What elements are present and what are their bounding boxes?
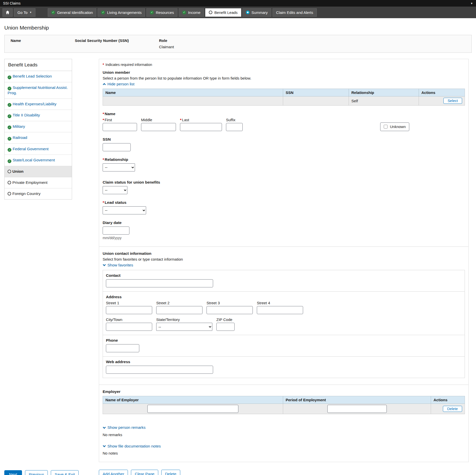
sidebar-item-label[interactable]: Title II Disability <box>13 113 40 117</box>
sidebar-item-benefit-lead-selection[interactable]: Benefit Lead Selection <box>5 71 72 82</box>
clear-page-button[interactable]: Clear Page <box>131 470 158 475</box>
unknown-checkbox-group[interactable]: Unknown <box>380 122 409 131</box>
employer-header-period: Period of Employment <box>283 396 431 404</box>
required-asterisk-icon <box>103 112 104 116</box>
sidebar-item-health-expenses[interactable]: Health Expenses/Liability <box>5 99 72 110</box>
required-asterisk-icon <box>103 200 104 205</box>
ssn-input[interactable] <box>103 143 131 151</box>
last-name-input[interactable] <box>180 123 222 131</box>
goto-label: Go To <box>17 10 28 15</box>
home-button[interactable] <box>3 8 13 17</box>
lead-status-select[interactable]: -- <box>103 206 146 214</box>
sidebar-item-label[interactable]: Military <box>13 124 25 129</box>
street4-input[interactable] <box>257 306 303 314</box>
sidebar-item-state-local-government[interactable]: State/Local Government <box>5 155 72 166</box>
person-table-header-row: Name SSN Relationship Actions <box>103 89 465 96</box>
sidebar-item-military[interactable]: Military <box>5 121 72 133</box>
contact-input[interactable] <box>106 279 213 287</box>
street2-input[interactable] <box>156 306 202 314</box>
titlebar-caret-icon[interactable]: ▼ <box>470 2 473 5</box>
employer-table: Name of Employer Period of Employment Ac… <box>103 396 465 414</box>
person-table-header-relationship: Relationship <box>349 89 419 96</box>
employment-period-input[interactable] <box>327 405 387 413</box>
hide-person-list-label: Hide person list <box>107 82 134 86</box>
sidebar-item-railroad[interactable]: Railroad <box>5 132 72 144</box>
person-table-header-name: Name <box>103 89 283 96</box>
sidebar-item-label[interactable]: Supplemental Nutritional Assist. Prog. <box>8 85 68 95</box>
tab-summary[interactable]: Summary <box>242 8 271 17</box>
page-title: Union Membership <box>4 25 472 31</box>
delete-employer-button[interactable]: Delete <box>443 406 462 412</box>
contact-label: Contact <box>106 273 462 278</box>
show-favorites-label: Show favorites <box>107 263 133 267</box>
employer-name-input[interactable] <box>147 405 238 413</box>
previous-button[interactable]: Previous <box>25 470 48 475</box>
select-person-button[interactable]: Select <box>443 98 462 104</box>
suffix-input[interactable] <box>226 123 243 131</box>
sidebar-item-label[interactable]: Health Expenses/Liability <box>13 102 56 106</box>
complete-check-icon <box>51 11 55 14</box>
role-label: Role <box>159 38 465 43</box>
person-table-header-actions: Actions <box>419 89 465 96</box>
ssn-label: Social Security Number (SSN) <box>75 38 159 43</box>
complete-check-icon <box>8 114 11 118</box>
required-note: Indicates required information <box>103 63 465 67</box>
notes-empty-text: No notes <box>103 451 465 455</box>
phone-input[interactable] <box>106 344 139 352</box>
unknown-checkbox[interactable] <box>384 125 388 129</box>
sidebar-item-label[interactable]: Benefit Lead Selection <box>13 74 52 78</box>
tab-living-arrangements[interactable]: Living Arrangements <box>98 8 145 17</box>
complete-check-icon <box>8 126 11 129</box>
middle-name-label: Middle <box>141 118 176 122</box>
union-form-panel: Indicates required information Union mem… <box>99 59 469 462</box>
tab-general-identification[interactable]: General Identification <box>48 8 97 17</box>
hide-person-list-link[interactable]: Hide person list <box>103 82 134 86</box>
city-input[interactable] <box>106 323 152 331</box>
diary-date-input[interactable] <box>103 227 129 235</box>
person-list-table: Name SSN Relationship Actions Self <box>103 89 465 106</box>
main-nav: Go To ▼ General Identification Living Ar… <box>0 7 476 18</box>
delete-button[interactable]: Delete <box>161 470 180 475</box>
street3-input[interactable] <box>207 306 253 314</box>
state-select[interactable]: -- <box>156 323 212 331</box>
sidebar-item-foreign-country[interactable]: Foreign Country <box>5 188 72 199</box>
current-circle-icon <box>209 11 212 14</box>
first-name-input[interactable] <box>103 123 137 131</box>
relationship-select[interactable]: -- <box>103 163 135 171</box>
tab-resources[interactable]: Resources <box>146 8 177 17</box>
person-relationship-cell: Self <box>349 96 419 105</box>
chevron-down-icon <box>103 263 106 267</box>
show-file-notes-link[interactable]: Show file documentation notes <box>103 444 161 448</box>
complete-check-icon <box>8 103 11 107</box>
employer-header-name: Name of Employer <box>103 396 283 404</box>
sidebar-item-label[interactable]: State/Local Government <box>13 158 55 162</box>
chevron-down-icon: ▼ <box>30 11 32 14</box>
middle-name-input[interactable] <box>141 123 176 131</box>
sidebar-item-title-ii-disability[interactable]: Title II Disability <box>5 110 72 121</box>
zip-input[interactable] <box>216 323 235 331</box>
goto-dropdown[interactable]: Go To ▼ <box>14 8 35 17</box>
sidebar-item-private-employment[interactable]: Private Employment <box>5 177 72 188</box>
home-icon <box>6 10 10 14</box>
show-person-remarks-link[interactable]: Show person remarks <box>103 425 146 430</box>
tab-claim-edits-alerts[interactable]: Claim Edits and Alerts <box>273 8 317 17</box>
sidebar-item-union[interactable]: Union <box>5 166 72 177</box>
web-address-input[interactable] <box>106 366 213 374</box>
tab-income[interactable]: Income <box>179 8 204 17</box>
next-button[interactable]: Next <box>4 470 22 475</box>
sidebar-item-label[interactable]: Railroad <box>13 135 27 140</box>
street1-input[interactable] <box>106 306 152 314</box>
save-exit-button[interactable]: Save & Exit <box>51 470 79 475</box>
union-member-heading: Union member <box>103 70 465 75</box>
last-name-label: Last <box>180 118 222 122</box>
add-another-button[interactable]: Add Another <box>99 470 128 475</box>
phone-box: Phone <box>103 335 465 357</box>
tab-benefit-leads[interactable]: Benefit Leads <box>205 8 241 17</box>
sidebar-item-federal-government[interactable]: Federal Government <box>5 144 72 155</box>
sidebar-item-snap[interactable]: Supplemental Nutritional Assist. Prog. <box>5 82 72 99</box>
sidebar-item-label[interactable]: Federal Government <box>13 147 49 151</box>
claim-status-select[interactable]: -- <box>103 186 127 194</box>
person-header: Name Social Security Number (SSN) Role C… <box>4 35 472 53</box>
app-titlebar: SSI Claims ▼ <box>0 0 476 7</box>
show-favorites-link[interactable]: Show favorites <box>103 263 133 267</box>
